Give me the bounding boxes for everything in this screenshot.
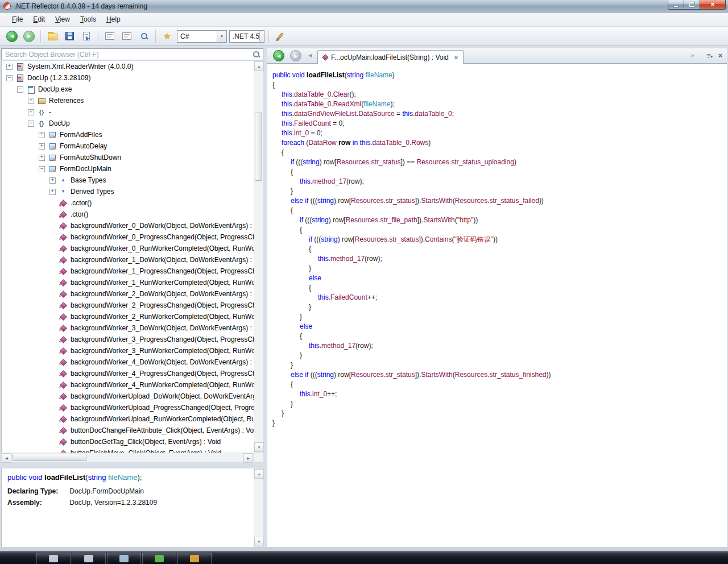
search-input[interactable]	[2, 49, 263, 60]
tree-item[interactable]: buttonDocGetTag_Click(Object, EventArgs)…	[2, 436, 254, 447]
collapse-icon[interactable]: −	[6, 75, 13, 81]
menu-tools[interactable]: Tools	[75, 13, 101, 26]
code-link[interactable]: DataSource	[358, 110, 394, 118]
code-link[interactable]: int_0	[294, 129, 309, 137]
scroll-down-button[interactable]: ▼	[254, 442, 264, 452]
code-link[interactable]: ReadXml	[333, 100, 361, 108]
code-link[interactable]: StartsWith	[421, 197, 452, 205]
expand-icon[interactable]: +	[49, 177, 56, 184]
code-link[interactable]: Resources	[351, 371, 383, 379]
expand-icon[interactable]: +	[39, 143, 45, 150]
tree-item[interactable]: backgroundWorker_3_ProgressChanged(Objec…	[2, 334, 254, 345]
assembly-browser-button[interactable]	[102, 29, 117, 44]
tree-item[interactable]: +System.Xml.ReaderWriter (4.0.0.0)	[2, 61, 254, 72]
tree-item[interactable]: backgroundWorker_1_ProgressChanged(Objec…	[2, 266, 254, 277]
export-button[interactable]	[79, 29, 94, 44]
code-link[interactable]: Rows	[411, 139, 428, 147]
close-document-button[interactable]: ×	[718, 52, 722, 60]
code-link[interactable]: dataGridViewFileList	[294, 110, 357, 118]
close-button[interactable]: ×	[700, 0, 726, 10]
code-link[interactable]: method_17	[330, 255, 365, 263]
decompiler-view-button[interactable]	[119, 29, 134, 44]
code-link[interactable]: method_17	[321, 342, 355, 350]
scroll-down-button[interactable]: ▼	[254, 537, 264, 546]
taskbar-button[interactable]	[107, 553, 141, 564]
expand-icon[interactable]: +	[39, 132, 45, 138]
code-link[interactable]: Clear	[333, 90, 350, 98]
tree-horizontal-scrollbar[interactable]: ◀ ▶	[1, 453, 254, 462]
tree-item[interactable]: −DocUp (1.2.3.28109)	[2, 72, 254, 84]
code-link[interactable]: StartsWith	[421, 371, 452, 379]
expand-icon[interactable]: +	[39, 155, 45, 161]
tree-item[interactable]: +{}-	[2, 106, 254, 118]
code-link[interactable]: Resources	[455, 371, 487, 379]
collapse-icon[interactable]: −	[17, 86, 23, 93]
scroll-left-button[interactable]: ◀	[2, 453, 11, 463]
framework-combobox[interactable]: .NET 4.5 ▾	[229, 30, 264, 43]
expand-icon[interactable]: +	[28, 98, 34, 104]
code-link[interactable]: Resources	[416, 158, 449, 166]
tree-item[interactable]: −DocUp.exe	[2, 84, 254, 95]
taskbar-button[interactable]	[142, 553, 176, 564]
tree-item[interactable]: backgroundWorker_2_RunWorkerCompleted(Ob…	[2, 311, 254, 322]
tree-item[interactable]: buttonDocChangeFileAttribute_Click(Objec…	[2, 425, 254, 436]
scrollbar-thumb[interactable]	[13, 454, 86, 461]
code-link[interactable]: str_status	[371, 158, 400, 166]
maximize-button[interactable]	[684, 0, 700, 10]
code-link[interactable]: Resources	[455, 197, 487, 205]
scroll-tabs-right-button[interactable]: ▶	[692, 53, 695, 58]
document-tab[interactable]: F...ocUpMain.loadFileList(String) : Void…	[317, 50, 464, 64]
scroll-right-button[interactable]: ▶	[243, 453, 253, 463]
tab-close-button[interactable]: ×	[454, 54, 458, 61]
code-link[interactable]: Resources	[355, 235, 387, 243]
tree-item[interactable]: backgroundWorker_2_ProgressChanged(Objec…	[2, 300, 254, 311]
expand-icon[interactable]: +	[28, 109, 34, 115]
tree-item[interactable]: backgroundWorkerUpload_DoWork(Object, Do…	[2, 391, 254, 402]
code-link[interactable]: FailedCount	[294, 119, 331, 127]
menu-file[interactable]: File	[7, 13, 28, 26]
forward-button[interactable]: ▶	[22, 29, 36, 44]
scroll-tabs-left-button[interactable]: ◀	[308, 53, 312, 58]
edit-button[interactable]	[273, 29, 288, 44]
taskbar-button[interactable]	[177, 553, 212, 564]
tree-item[interactable]: backgroundWorker_2_DoWork(Object, DoWork…	[2, 288, 254, 300]
save-button[interactable]	[62, 29, 77, 44]
tree-item[interactable]: backgroundWorkerUpload_ProgressChanged(O…	[2, 402, 254, 413]
taskbar-button[interactable]	[36, 553, 71, 564]
code-link[interactable]: method_17	[312, 177, 346, 185]
language-dropdown-button[interactable]: ▾	[217, 31, 226, 42]
tree-item[interactable]: .cctor()	[2, 197, 254, 209]
tree-item[interactable]: .ctor()	[2, 209, 254, 220]
tree-item[interactable]: backgroundWorker_4_RunWorkerCompleted(Ob…	[2, 379, 254, 391]
collapse-icon[interactable]: −	[39, 166, 45, 172]
details-scrollbar[interactable]: ▲ ▼	[254, 468, 263, 547]
tree-item[interactable]: backgroundWorker_0_ProgressChanged(Objec…	[2, 231, 254, 243]
tree-item[interactable]: +References	[2, 95, 254, 106]
code-link[interactable]: str_status_uploading	[451, 158, 514, 166]
code-link[interactable]: Resources	[346, 216, 378, 224]
code-link[interactable]: dataTable_0	[372, 139, 409, 147]
tree-item[interactable]: backgroundWorker_0_RunWorkerCompleted(Ob…	[2, 243, 254, 254]
scrollbar-thumb[interactable]	[255, 113, 262, 181]
expand-icon[interactable]: +	[6, 64, 13, 70]
code-link[interactable]: Resources	[337, 158, 369, 166]
tree-item[interactable]: buttonFinishMove_Click(Object, EventArgs…	[2, 447, 254, 453]
expand-icon[interactable]: +	[49, 189, 56, 195]
scroll-up-button[interactable]: ▲	[254, 61, 264, 71]
tab-list-button[interactable]: ≡▾	[706, 52, 713, 60]
code-link[interactable]: str_status	[386, 197, 415, 205]
taskbar-button[interactable]	[72, 553, 106, 564]
code-link[interactable]: int_0	[312, 390, 327, 398]
tree-item[interactable]: backgroundWorker_1_RunWorkerCompleted(Ob…	[2, 277, 254, 288]
bookmarks-button[interactable]: ★	[160, 29, 175, 44]
tree-item[interactable]: +FormAddFiles	[2, 129, 254, 140]
tree-item[interactable]: backgroundWorker_4_DoWork(Object, DoWork…	[2, 356, 254, 368]
collapse-icon[interactable]: −	[28, 121, 34, 127]
minimize-button[interactable]	[668, 0, 684, 10]
language-combobox[interactable]: C# ▾	[177, 30, 227, 43]
framework-dropdown-button[interactable]: ▾	[259, 31, 264, 42]
code-link[interactable]: str_status_finished	[489, 371, 546, 379]
code-link[interactable]: dataTable_0	[294, 100, 331, 108]
menu-view[interactable]: View	[50, 13, 75, 26]
tree-item[interactable]: backgroundWorker_3_DoWork(Object, DoWork…	[2, 322, 254, 334]
